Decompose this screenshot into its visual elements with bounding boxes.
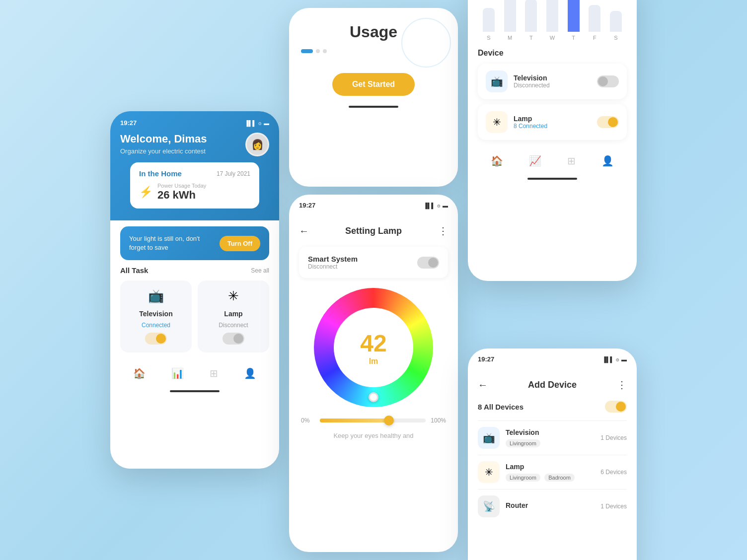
lamp-count: 6 Devices (600, 469, 627, 476)
dot-3 (323, 49, 327, 53)
signal-icon: ▐▌▌ (245, 120, 256, 126)
bottom-bar-4 (527, 178, 577, 180)
add-device-router[interactable]: 📡 Router 1 Devices (478, 489, 627, 523)
bar-m (504, 0, 516, 32)
profile-nav-icon[interactable]: 👤 (244, 367, 256, 379)
television-add-name: Television (506, 428, 595, 436)
back-button-5[interactable]: ← (478, 379, 488, 391)
user-avatar: 👩 (245, 133, 269, 156)
bar-t1 (525, 0, 537, 32)
power-label: Power Usage Today (157, 183, 206, 189)
add-device-title: Add Device (528, 380, 577, 390)
television-count: 1 Devices (600, 434, 627, 441)
bar-F: F (589, 5, 600, 41)
task2-status: Disconnect (219, 322, 248, 329)
device-section-title: Device (478, 49, 627, 58)
smart-system-label: Smart System (308, 255, 358, 263)
device-card-television[interactable]: 📺 Television Disconnected (478, 64, 627, 99)
phone-right-container: S M T W T (468, 0, 637, 560)
lumen-unit: lm (369, 357, 378, 366)
lamp-tag-1: Livingroom (506, 474, 540, 482)
router-add-name: Router (506, 501, 595, 509)
battery-icon-3: ▬ (443, 203, 448, 209)
status-time-3: 19:27 (299, 202, 315, 209)
task2-name: Lamp (224, 310, 242, 318)
wheel-indicator[interactable] (369, 392, 378, 402)
bar-S2: S (610, 11, 622, 41)
status-time-1: 19:27 (120, 119, 137, 127)
add-device-television[interactable]: 📺 Television Livingroom 1 Devices (478, 420, 627, 455)
task1-name: Television (139, 310, 172, 318)
phone-dashboard: 19:27 ▐▌▌ ⌾ ▬ Welcome, Dimas Organize yo… (110, 111, 279, 469)
lamp-icon: ✳ (228, 288, 239, 304)
more-button-3[interactable]: ⋮ (438, 225, 448, 237)
lamp-device-name: Lamp (514, 115, 591, 123)
wifi-icon-3: ⌾ (437, 203, 441, 209)
television-device-toggle[interactable] (597, 75, 619, 87)
task-television[interactable]: 📺 Television Connected (120, 280, 192, 352)
welcome-heading: Welcome, Dimas (120, 133, 207, 145)
get-started-button[interactable]: Get Started (332, 73, 415, 96)
lamp-toggle[interactable] (223, 333, 244, 345)
setting-lamp-title: Setting Lamp (345, 226, 402, 236)
bar-label-m: M (508, 35, 512, 41)
keep-eyes-text: Keep your eyes healthy and (289, 432, 458, 439)
bolt-icon: ⚡ (139, 186, 152, 199)
bar-label-s1: S (487, 35, 490, 41)
more-button-5[interactable]: ⋮ (617, 379, 627, 391)
see-all-link[interactable]: See all (251, 267, 269, 274)
alert-text: Your light is still on, don't forget to … (129, 234, 215, 252)
task-lamp[interactable]: ✳ Lamp Disconnect (198, 280, 269, 352)
home-label: In the Home (139, 169, 182, 178)
bar-label-t2: T (572, 35, 575, 41)
chart-nav-icon[interactable]: 📊 (171, 367, 184, 379)
bar-label-t1: T (529, 35, 533, 41)
lamp-device-toggle[interactable] (597, 116, 619, 128)
phone-2-container: Usage Get Started 19:27 ▐▌▌ ⌾ ▬ ← S (289, 8, 458, 552)
alert-card: Your light is still on, don't forget to … (120, 226, 269, 260)
router-count: 1 Devices (600, 503, 627, 510)
bar-label-s2: S (614, 35, 617, 41)
task1-status: Connected (142, 322, 170, 329)
television-device-name: Television (514, 74, 591, 82)
grid-nav-icon[interactable]: ⊞ (210, 367, 218, 379)
bar-W: W (546, 0, 558, 41)
color-wheel[interactable]: 42 lm (314, 288, 433, 407)
profile-nav-4[interactable]: 👤 (601, 155, 614, 167)
dot-2 (316, 49, 320, 53)
smart-system-toggle[interactable] (417, 257, 439, 269)
phone-add-device: 19:27 ▐▌▌ ⌾ ▬ ← Add Device ⋮ 8 All Devic… (468, 349, 637, 560)
all-devices-label: 8 All Devices (478, 403, 523, 411)
bar-s2 (610, 11, 622, 32)
grid-nav-4[interactable]: ⊞ (567, 155, 576, 167)
bar-S1: S (483, 8, 495, 41)
home-nav-icon[interactable]: 🏠 (133, 367, 146, 379)
lamp-device-icon: ✳ (486, 111, 508, 133)
turn-off-button[interactable]: Turn Off (220, 236, 260, 251)
battery-icon: ▬ (264, 120, 269, 126)
dot-1 (301, 49, 313, 53)
phone-device-list: S M T W T (468, 0, 637, 281)
home-nav-4[interactable]: 🏠 (491, 155, 503, 167)
bar-M: M (504, 0, 516, 41)
phone-usage: Usage Get Started (289, 8, 458, 187)
wifi-icon-5: ⌾ (616, 356, 619, 362)
add-device-lamp[interactable]: ✳ Lamp Livingroom Badroom 6 Devices (478, 455, 627, 489)
all-devices-toggle[interactable] (605, 401, 627, 413)
back-button-3[interactable]: ← (299, 225, 309, 237)
television-icon: 📺 (148, 288, 164, 304)
bottom-bar-usage (349, 106, 398, 108)
bar-t2 (568, 0, 580, 32)
brightness-slider[interactable] (320, 419, 426, 422)
bar-f (589, 5, 600, 32)
router-add-icon: 📡 (478, 495, 500, 517)
chart-nav-4[interactable]: 📈 (529, 155, 541, 167)
device-card-lamp[interactable]: ✳ Lamp 8 Connected (478, 104, 627, 140)
bar-label-f: F (593, 35, 597, 41)
lamp-device-status: 8 Connected (514, 123, 591, 130)
lamp-tag-2: Badroom (544, 474, 575, 482)
television-toggle[interactable] (145, 333, 167, 345)
bar-T1: T (525, 0, 537, 41)
television-device-icon: 📺 (486, 70, 508, 92)
lamp-add-name: Lamp (506, 463, 595, 471)
